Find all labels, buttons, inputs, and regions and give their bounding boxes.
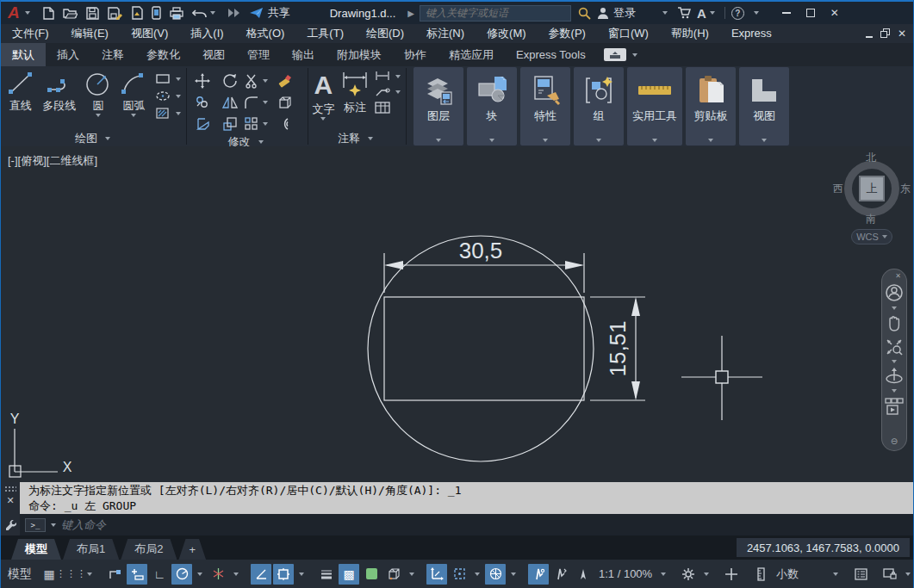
rectangle-icon[interactable] (155, 72, 171, 85)
menu-modify[interactable]: 修改(M) (476, 24, 538, 43)
properties-panel[interactable]: 特性 (520, 67, 570, 145)
viewcube-north[interactable]: 北 (866, 151, 876, 165)
scale-caret-icon[interactable] (661, 573, 666, 576)
search-icon[interactable] (578, 7, 591, 20)
ribbon-tab-featured[interactable]: 精选应用 (438, 43, 505, 66)
pan-hand-icon[interactable] (886, 314, 903, 331)
navbar-minimize-icon[interactable]: ⊖ (891, 436, 898, 446)
copy-icon[interactable] (195, 95, 210, 110)
ribbon-tab-insert[interactable]: 插入 (46, 43, 90, 66)
zoom-caret-icon[interactable] (892, 360, 897, 363)
block-panel-caret-icon[interactable] (489, 139, 494, 142)
command-prompt-caret-icon[interactable] (51, 523, 56, 527)
wrench-icon[interactable] (5, 519, 16, 531)
menu-insert[interactable]: 插入(I) (179, 24, 234, 43)
explode-icon[interactable] (277, 95, 293, 110)
maximize-button[interactable] (799, 3, 823, 23)
block-panel[interactable]: 块 (467, 67, 517, 145)
app-menu-caret-icon[interactable] (25, 11, 30, 15)
ribbon-tab-collaborate[interactable]: 协作 (393, 43, 438, 66)
dimension-button[interactable]: 标注 (339, 66, 371, 115)
group-panel-caret-icon[interactable] (596, 139, 601, 142)
command-history[interactable]: 为标注文字指定新位置或 [左对齐(L)/右对齐(R)/居中(C)/默认(H)/角… (20, 482, 913, 514)
new-file-icon[interactable] (42, 7, 54, 20)
leader-icon[interactable] (375, 86, 390, 97)
circle-caret-icon[interactable] (96, 114, 101, 117)
osnap-3d-toggle[interactable] (383, 564, 404, 585)
orbit-icon[interactable] (885, 368, 904, 385)
snap-caret-icon[interactable] (87, 573, 92, 576)
save-icon[interactable] (86, 7, 99, 20)
rotate-icon[interactable] (222, 73, 238, 89)
search-box[interactable] (420, 5, 571, 22)
autocad-logo-icon[interactable]: A (8, 3, 20, 22)
minimize-button[interactable] (774, 3, 799, 23)
doc-restore-button[interactable] (880, 28, 890, 40)
menu-help[interactable]: 帮助(H) (660, 24, 720, 43)
object-snap-toggle[interactable] (273, 564, 294, 585)
hatch-icon[interactable] (155, 107, 171, 120)
menu-view[interactable]: 视图(V) (120, 24, 179, 43)
selection-cycling-toggle[interactable] (361, 564, 382, 585)
scale-icon[interactable] (222, 116, 238, 132)
gizmo-caret-icon[interactable] (511, 573, 516, 576)
ribbon-tab-addins[interactable]: 附加模块 (326, 43, 393, 66)
lineweight-toggle[interactable] (316, 564, 337, 585)
orbit-caret-icon[interactable] (892, 389, 897, 393)
trim-caret-icon[interactable] (263, 79, 268, 83)
crosshair-button[interactable] (721, 564, 742, 585)
isodraft-caret-icon[interactable] (233, 573, 239, 576)
circle-button[interactable]: 圆 (80, 66, 115, 117)
transparency-toggle[interactable]: ▩ (339, 564, 359, 585)
leader-caret-icon[interactable] (395, 90, 401, 94)
viewcube-top-face[interactable]: 上 (861, 177, 883, 200)
undo-icon[interactable] (192, 8, 207, 19)
view-cube[interactable]: 北 南 西 东 上 (830, 153, 912, 232)
ellipse-icon[interactable] (155, 90, 171, 102)
doc-minimize-button[interactable] (866, 28, 873, 40)
selection-filter-toggle[interactable] (449, 564, 469, 585)
mirror-icon[interactable] (222, 95, 238, 110)
tab-layout1[interactable]: 布局1 (63, 539, 119, 560)
arc-caret-icon[interactable] (131, 114, 136, 117)
array-icon[interactable] (244, 116, 259, 132)
ribbon-tab-view[interactable]: 视图 (191, 43, 236, 66)
layers-panel[interactable]: 图层 (413, 67, 463, 145)
gizmo-toggle[interactable] (485, 564, 506, 585)
ribbon-tab-home[interactable]: 默认 (1, 43, 46, 66)
cart-icon[interactable] (677, 7, 691, 19)
lock-ui-caret-icon[interactable] (905, 573, 911, 576)
navbar-close-icon[interactable]: ✕ (895, 272, 901, 280)
wheel-caret-icon[interactable] (892, 306, 897, 310)
units-caret-icon[interactable] (833, 573, 838, 576)
plot-web-icon[interactable] (131, 6, 143, 20)
help-icon[interactable]: ? (731, 7, 744, 20)
undo-caret-icon[interactable] (210, 11, 215, 15)
view-panel-caret-icon[interactable] (762, 139, 767, 142)
drag-grip-icon[interactable] (4, 486, 16, 492)
ribbon-tab-output[interactable]: 输出 (281, 43, 326, 66)
view-panel[interactable]: 视图 (739, 67, 789, 145)
fillet-caret-icon[interactable] (263, 101, 268, 104)
group-panel[interactable]: 组 (574, 67, 624, 145)
dynamic-ucs-toggle[interactable] (426, 564, 447, 585)
autodesk-logo-icon[interactable]: A (697, 6, 706, 21)
share-button[interactable]: 共享 (249, 5, 290, 21)
drawing-area[interactable]: [-][俯视][二维线框] (1, 146, 913, 482)
rectangle-caret-icon[interactable] (176, 77, 181, 81)
text-button[interactable]: A 文字 (308, 66, 339, 121)
utilities-panel[interactable]: 实用工具 (627, 67, 682, 145)
annotation-scale-icon[interactable] (573, 564, 594, 585)
dynamic-input-toggle[interactable] (127, 564, 147, 585)
clipboard-panel-caret-icon[interactable] (708, 139, 713, 142)
ribbon-tab-manage[interactable]: 管理 (236, 43, 281, 66)
isodraft-toggle[interactable] (208, 564, 228, 585)
units-value[interactable]: 小数 (773, 566, 828, 582)
arc-button[interactable]: 圆弧 (116, 66, 152, 117)
clipboard-panel[interactable]: 剪贴板 (686, 67, 736, 145)
menu-file[interactable]: 文件(F) (1, 24, 60, 43)
utilities-panel-caret-icon[interactable] (652, 139, 657, 142)
quick-properties-icon[interactable] (850, 564, 871, 585)
linear-dim-icon[interactable] (375, 71, 390, 82)
title-expand-icon[interactable]: ▶ (407, 9, 414, 18)
